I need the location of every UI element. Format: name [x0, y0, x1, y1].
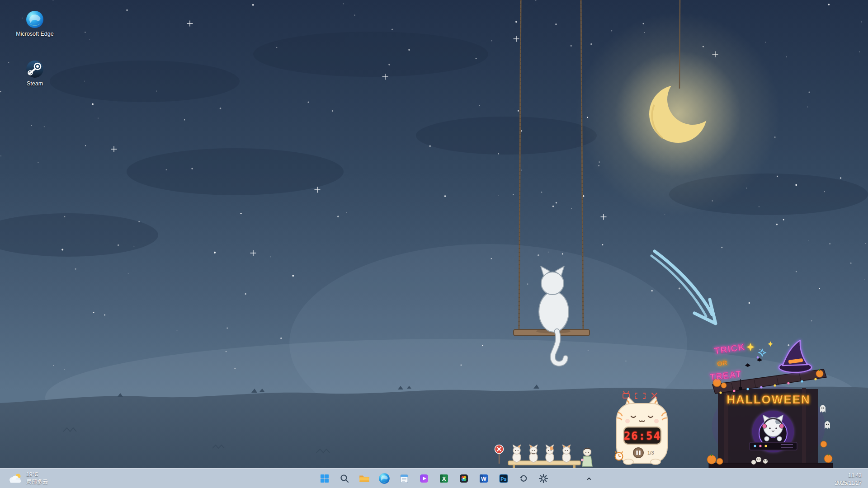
- sync-icon: [518, 473, 529, 484]
- photoshop-icon: Ps: [498, 473, 509, 484]
- star-icons: [746, 341, 773, 358]
- desktop-icon-label: Microsoft Edge: [16, 31, 53, 38]
- tray-expand-button[interactable]: [582, 472, 596, 485]
- or-text: OR: [717, 359, 728, 368]
- cat-timer-widget[interactable]: 26:54 1/3: [611, 389, 673, 469]
- timer-pause-button[interactable]: [633, 448, 643, 458]
- stop-sign-icon[interactable]: [495, 445, 504, 464]
- bench: [508, 461, 580, 468]
- edge-icon: [378, 473, 390, 484]
- halloween-decoration-widget[interactable]: HALLOWEEN: [691, 336, 836, 470]
- taskbar: 19°C 局部多云: [0, 468, 868, 488]
- desktop-icon-label: Steam: [27, 80, 43, 88]
- cats-row-widget[interactable]: [494, 441, 603, 469]
- photos-icon: [458, 473, 469, 484]
- taskbar-center: X W: [316, 470, 552, 487]
- bat-icon: [745, 358, 762, 367]
- moon-rope: [679, 0, 680, 89]
- edge-icon: [25, 10, 44, 29]
- cat-figures: [513, 445, 571, 462]
- witch-hat-icon: [779, 340, 811, 372]
- mini-companion: [581, 448, 592, 466]
- trick-text: TRICK: [713, 341, 746, 356]
- desktop: Microsoft Edge Steam: [0, 0, 868, 488]
- weather-widget[interactable]: 19°C 局部多云: [4, 469, 52, 488]
- weather-condition: 局部多云: [26, 479, 48, 486]
- windows-start-icon: [319, 473, 330, 484]
- svg-text:Ps: Ps: [500, 476, 506, 482]
- treat-text: TREAT: [709, 369, 742, 382]
- tray-time: 18:43: [835, 472, 862, 479]
- notepad-icon: [399, 473, 410, 484]
- halloween-sign: HALLOWEEN: [726, 393, 811, 406]
- word-button[interactable]: W: [475, 470, 492, 487]
- gear-icon: [538, 473, 549, 484]
- search-icon: [339, 473, 350, 484]
- timer-counter: 1/3: [647, 450, 654, 455]
- timer-fullscreen-button[interactable]: [635, 393, 645, 399]
- desktop-icon-microsoft-edge[interactable]: Microsoft Edge: [13, 10, 57, 38]
- photos-button[interactable]: [455, 470, 472, 487]
- start-button[interactable]: [316, 470, 333, 487]
- excel-icon: X: [439, 473, 449, 484]
- media-player-icon: [419, 473, 429, 484]
- photoshop-button[interactable]: Ps: [495, 470, 512, 487]
- steam-icon: [25, 60, 44, 79]
- desktop-icon-steam[interactable]: Steam: [13, 60, 57, 88]
- dj-deck: [750, 442, 797, 450]
- chevron-up-icon: [585, 474, 594, 483]
- tray-clock[interactable]: 18:43 2025/11/27: [832, 471, 864, 488]
- search-button[interactable]: [336, 470, 353, 487]
- tray-date: 2025/11/27: [835, 479, 862, 487]
- word-icon: W: [478, 473, 489, 484]
- timer-display: 26:54: [624, 427, 661, 444]
- sync-button[interactable]: [515, 470, 532, 487]
- timer-time: 26:54: [624, 430, 661, 442]
- settings-button[interactable]: [535, 470, 552, 487]
- svg-text:X: X: [442, 475, 446, 482]
- media-player-button[interactable]: [415, 470, 433, 487]
- timer-close-button[interactable]: [652, 393, 657, 398]
- notepad-button[interactable]: [396, 470, 413, 487]
- file-explorer-button[interactable]: [356, 470, 373, 487]
- weather-temperature: 19°C: [26, 471, 48, 479]
- folder-icon: [359, 473, 370, 484]
- svg-text:W: W: [481, 476, 486, 482]
- edge-taskbar-button[interactable]: [376, 470, 393, 487]
- weather-icon: [8, 472, 23, 485]
- excel-button[interactable]: X: [435, 470, 453, 487]
